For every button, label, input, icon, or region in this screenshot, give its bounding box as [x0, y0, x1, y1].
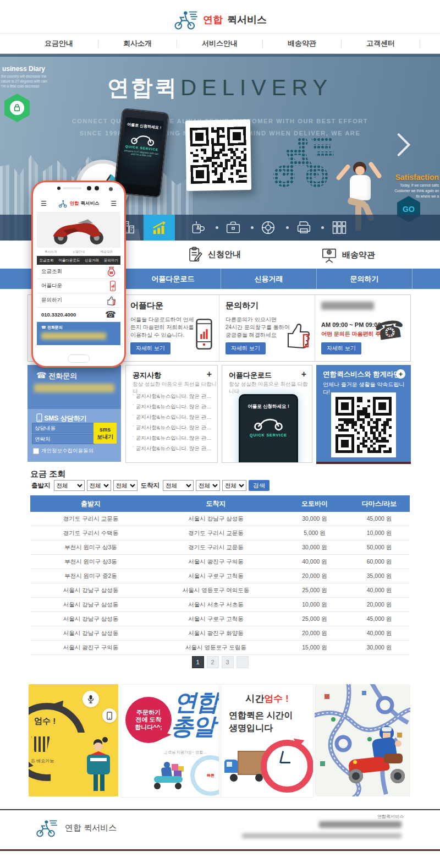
to-select-2[interactable]: 전체 — [196, 480, 220, 491]
rider-illustration — [345, 726, 409, 795]
mobile-logo: 연합 퀵서비스 — [58, 199, 100, 208]
origin-cell: 서울시 강남구 삼성동 — [30, 615, 151, 623]
sms-content-field[interactable]: 상담내용 — [32, 423, 95, 433]
dot-separator — [286, 226, 289, 229]
bar-chart-highlight[interactable] — [144, 215, 175, 241]
qr-more-button[interactable]: + — [396, 369, 405, 379]
notice-item[interactable]: ˙ 공지사항&뉴스입니다. 많은 관… — [133, 401, 212, 412]
mobile-tab[interactable]: 요금조회 — [39, 258, 53, 263]
promo-banner-bullet-delivery[interactable]: 주문하기전에 도착합니다^^; 연합총알 고객님 지금가요~ 연합… 빠른 — [120, 684, 219, 798]
sms-contact-field[interactable]: 연락처 — [32, 434, 95, 444]
banner2-circle: 빠른 — [190, 755, 219, 796]
from-select-3[interactable]: 전체 — [113, 480, 138, 491]
next-slide-chevron[interactable] — [387, 133, 410, 156]
wheel-icon[interactable] — [261, 220, 276, 235]
destination-cell: 서울시 서초구 서초동 — [151, 601, 280, 609]
main-nav-item[interactable]: 서비스안내 — [177, 39, 263, 48]
thumbs-up-icon — [106, 295, 116, 305]
mobile-call-cta[interactable]: ☎ 전화문의 — [37, 322, 120, 345]
from-select-2[interactable]: 전체 — [87, 480, 111, 491]
phone-hours-infobox: AM 09:00 ~ PM 09:00 어떤 문의든 마음편히 주세요 자세히 … — [315, 295, 410, 361]
search-button[interactable]: 검색 — [249, 480, 270, 491]
destination-cell: 서울시 광진구 구의동 — [151, 558, 280, 566]
home-button[interactable] — [68, 354, 90, 363]
sms-send-button[interactable]: sms보내기 — [94, 423, 117, 444]
brand-name-red: 연합 — [203, 13, 223, 26]
mug-icon[interactable] — [190, 220, 206, 235]
dot-separator — [251, 226, 254, 229]
notice-item[interactable]: ˙ 공지사항&뉴스입니다. 많은 관… — [133, 391, 212, 401]
fare-table-row: 부천시 원미구 상3동 서울시 광진구 구의동 40,000 원 60,000 … — [30, 555, 410, 569]
page-button-2[interactable]: 2 — [207, 656, 219, 668]
mobile-menu-phone[interactable]: 010.3320.4000 ☎ — [37, 308, 120, 322]
promo-banner-map-rider[interactable] — [315, 684, 410, 796]
shopping-bag-icon — [13, 104, 21, 112]
site-logo[interactable]: 연합퀵서비스 — [0, 7, 440, 33]
hamburger-icon[interactable]: ☰ — [41, 200, 47, 208]
damas-price-cell: 35,000 원 — [349, 572, 410, 580]
detail-button[interactable]: 자세히 보기 — [226, 342, 266, 354]
mobile-top-link[interactable]: 회사소개 — [45, 250, 57, 254]
red-motorcycle-image — [47, 215, 111, 245]
damas-price-cell: 45,000 원 — [349, 515, 410, 523]
mobile-header: ☰ 연합 퀵서비스 ☰ — [37, 195, 120, 212]
sub-nav-item[interactable]: 문의하기 — [316, 269, 413, 289]
notice-item[interactable]: ˙ 공지사항&뉴스입니다. 많은 관… — [133, 412, 212, 422]
fare-table: 출발지 도착지 오토바이 다마스/라보 경기도 구리시 교문동 서울시 강남구 … — [30, 495, 410, 655]
dot-separator — [216, 226, 218, 229]
detail-button[interactable]: 자세히 보기 — [130, 342, 170, 354]
footer-contact-blurred — [319, 821, 402, 828]
sub-nav-item[interactable]: 어플다운로드 — [125, 269, 221, 289]
detail-button[interactable]: 자세히 보기 — [321, 342, 361, 354]
from-select-1[interactable]: 전체 — [54, 480, 85, 491]
mic-icon — [82, 691, 99, 707]
binder-icon[interactable] — [331, 220, 348, 235]
mobile-top-link[interactable]: 신청안내 — [73, 250, 85, 254]
mobile-bike-photo — [37, 212, 120, 248]
apply-guide-link[interactable]: 신청안내 — [188, 247, 241, 263]
promo-banner-time[interactable]: 시간엄수 ! 연합퀵은 시간이생명입니다 — [221, 684, 314, 798]
banner3-title: 시간엄수 ! — [221, 692, 313, 705]
mobile-top-link[interactable]: 배송약관 — [101, 250, 113, 254]
mobile-menu-inquiry[interactable]: 문의하기 — [37, 293, 120, 308]
page-button-1[interactable]: 1 — [192, 656, 204, 668]
satisfaction-lines: Today, If we cannot satis Customer we th… — [394, 183, 439, 199]
briefcase-icon[interactable] — [226, 220, 241, 234]
notice-more-button[interactable]: + — [207, 369, 212, 379]
mobile-menu-fare[interactable]: 요금조회 ₩ — [37, 265, 120, 279]
damas-price-cell: 45,000 원 — [349, 615, 410, 623]
fare-section-title: 요금 조회 — [30, 469, 65, 479]
privacy-checkbox[interactable] — [33, 448, 39, 454]
main-nav-item[interactable]: 요금안내 — [20, 39, 98, 48]
fare-table-row: 부천시 원미구 중2동 서울시 구로구 고척동 20,000 원 35,000 … — [30, 569, 410, 583]
destination-cell: 서울시 영등포구 여의도동 — [151, 587, 280, 594]
hamburger-icon[interactable]: ☰ — [111, 200, 117, 208]
promo-banner-timer[interactable]: 엄수 ! 든 배송가능 — [29, 684, 118, 796]
page-button-next[interactable] — [237, 656, 249, 668]
mobile-tab[interactable]: 어플다운로드 — [58, 258, 80, 263]
damas-price-cell: 50,000 원 — [349, 544, 410, 552]
sub-nav-item[interactable]: 신용거래 — [221, 269, 316, 289]
main-nav-item[interactable]: 배송약관 — [263, 39, 342, 48]
to-select-1[interactable]: 전체 — [163, 480, 194, 491]
mobile-tab[interactable]: 문의하기 — [104, 258, 118, 263]
delivery-terms-link[interactable]: 배송약관 — [322, 247, 375, 263]
footer-brand: 연합 퀵서비스 — [65, 823, 117, 833]
qr-code — [336, 397, 392, 453]
mobile-menu-app[interactable]: 어플다운 — [37, 279, 120, 293]
from-label: 출발지 — [31, 482, 51, 490]
origin-cell: 부천시 원미구 중2동 — [30, 572, 151, 580]
motorcycle-logo-icon — [173, 9, 199, 31]
to-select-3[interactable]: 전체 — [222, 480, 246, 491]
app-more-button[interactable]: + — [301, 369, 306, 379]
scooter-illustration — [150, 762, 188, 795]
notice-item[interactable]: ˙ 공지사항&뉴스입니다. 많은 관… — [133, 422, 212, 433]
main-nav-item[interactable]: 회사소개 — [98, 39, 177, 48]
mobile-tab[interactable]: 신용거래 — [85, 258, 99, 263]
damas-price-cell: 40,000 원 — [349, 630, 410, 637]
notice-item[interactable]: ˙ 공지사항&뉴스입니다. 많은 관… — [133, 443, 212, 454]
notice-item[interactable]: ˙ 공지사항&뉴스입니다. 많은 관… — [133, 433, 212, 443]
printer-icon[interactable] — [296, 220, 312, 234]
page-button-3[interactable]: 3 — [222, 656, 234, 668]
main-nav-item[interactable]: 고객센터 — [342, 39, 420, 48]
